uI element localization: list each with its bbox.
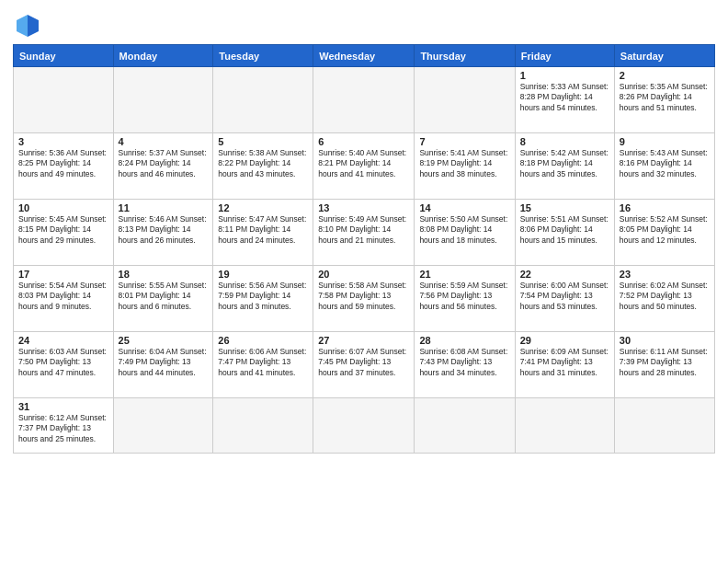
calendar-cell: 15Sunrise: 5:51 AM Sunset: 8:06 PM Dayli… <box>515 200 614 266</box>
day-number: 26 <box>218 335 308 346</box>
day-info: Sunrise: 5:55 AM Sunset: 8:01 PM Dayligh… <box>119 281 209 312</box>
day-info: Sunrise: 6:11 AM Sunset: 7:39 PM Dayligh… <box>620 347 710 378</box>
day-number: 27 <box>318 335 409 346</box>
day-info: Sunrise: 5:49 AM Sunset: 8:10 PM Dayligh… <box>318 214 409 246</box>
calendar-cell: 22Sunrise: 6:00 AM Sunset: 7:54 PM Dayli… <box>515 266 614 332</box>
calendar-cell <box>213 398 313 454</box>
day-info: Sunrise: 6:07 AM Sunset: 7:45 PM Dayligh… <box>318 347 409 378</box>
day-number: 23 <box>620 269 710 280</box>
calendar-cell: 9Sunrise: 5:43 AM Sunset: 8:16 PM Daylig… <box>614 133 714 200</box>
day-number: 14 <box>419 202 509 213</box>
day-number: 3 <box>18 136 108 147</box>
day-number: 13 <box>318 202 409 213</box>
calendar-cell: 18Sunrise: 5:55 AM Sunset: 8:01 PM Dayli… <box>113 266 213 332</box>
day-number: 4 <box>119 136 209 147</box>
calendar-cell: 24Sunrise: 6:03 AM Sunset: 7:50 PM Dayli… <box>14 332 114 398</box>
calendar-cell: 1Sunrise: 5:33 AM Sunset: 8:28 PM Daylig… <box>515 67 614 133</box>
calendar-cell: 16Sunrise: 5:52 AM Sunset: 8:05 PM Dayli… <box>614 200 714 266</box>
calendar-cell: 8Sunrise: 5:42 AM Sunset: 8:18 PM Daylig… <box>515 133 614 200</box>
calendar-cell: 25Sunrise: 6:04 AM Sunset: 7:49 PM Dayli… <box>113 332 213 398</box>
calendar-cell: 28Sunrise: 6:08 AM Sunset: 7:43 PM Dayli… <box>415 332 515 398</box>
page: SundayMondayTuesdayWednesdayThursdayFrid… <box>0 0 728 563</box>
calendar-cell: 23Sunrise: 6:02 AM Sunset: 7:52 PM Dayli… <box>614 266 714 332</box>
calendar-cell: 12Sunrise: 5:47 AM Sunset: 8:11 PM Dayli… <box>213 200 313 266</box>
calendar-cell: 10Sunrise: 5:45 AM Sunset: 8:15 PM Dayli… <box>14 200 114 266</box>
calendar-cell <box>113 398 213 454</box>
day-info: Sunrise: 5:45 AM Sunset: 8:15 PM Dayligh… <box>18 214 108 246</box>
weekday-header-sunday: Sunday <box>14 45 114 67</box>
day-number: 12 <box>218 202 308 213</box>
day-number: 2 <box>620 70 710 81</box>
day-info: Sunrise: 6:12 AM Sunset: 7:37 PM Dayligh… <box>18 413 108 444</box>
day-number: 9 <box>620 136 710 147</box>
day-number: 24 <box>18 335 108 346</box>
calendar-cell: 27Sunrise: 6:07 AM Sunset: 7:45 PM Dayli… <box>313 332 415 398</box>
calendar-cell <box>415 67 515 133</box>
day-info: Sunrise: 5:43 AM Sunset: 8:16 PM Dayligh… <box>620 148 710 179</box>
calendar-cell: 7Sunrise: 5:41 AM Sunset: 8:19 PM Daylig… <box>415 133 515 200</box>
calendar-week-row: 10Sunrise: 5:45 AM Sunset: 8:15 PM Dayli… <box>14 200 715 266</box>
calendar-cell: 5Sunrise: 5:38 AM Sunset: 8:22 PM Daylig… <box>213 133 313 200</box>
day-number: 10 <box>18 202 108 213</box>
day-info: Sunrise: 5:36 AM Sunset: 8:25 PM Dayligh… <box>18 148 108 179</box>
day-number: 25 <box>119 335 209 346</box>
day-number: 22 <box>520 269 609 280</box>
calendar-cell: 26Sunrise: 6:06 AM Sunset: 7:47 PM Dayli… <box>213 332 313 398</box>
day-info: Sunrise: 5:52 AM Sunset: 8:05 PM Dayligh… <box>620 214 710 246</box>
calendar-cell <box>14 67 114 133</box>
day-info: Sunrise: 6:02 AM Sunset: 7:52 PM Dayligh… <box>620 281 710 312</box>
day-info: Sunrise: 5:58 AM Sunset: 7:58 PM Dayligh… <box>318 281 409 312</box>
day-info: Sunrise: 5:37 AM Sunset: 8:24 PM Dayligh… <box>119 148 209 179</box>
day-number: 29 <box>520 335 609 346</box>
day-number: 1 <box>520 70 609 81</box>
svg-marker-1 <box>17 15 28 37</box>
calendar-cell: 2Sunrise: 5:35 AM Sunset: 8:26 PM Daylig… <box>614 67 714 133</box>
calendar-cell: 11Sunrise: 5:46 AM Sunset: 8:13 PM Dayli… <box>113 200 213 266</box>
calendar-cell: 13Sunrise: 5:49 AM Sunset: 8:10 PM Dayli… <box>313 200 415 266</box>
day-number: 15 <box>520 202 609 213</box>
calendar-cell: 19Sunrise: 5:56 AM Sunset: 7:59 PM Dayli… <box>213 266 313 332</box>
header <box>13 9 715 39</box>
day-info: Sunrise: 6:06 AM Sunset: 7:47 PM Dayligh… <box>218 347 308 378</box>
day-number: 28 <box>419 335 509 346</box>
calendar-cell: 21Sunrise: 5:59 AM Sunset: 7:56 PM Dayli… <box>415 266 515 332</box>
calendar-week-row: 24Sunrise: 6:03 AM Sunset: 7:50 PM Dayli… <box>14 332 715 398</box>
day-number: 11 <box>119 202 209 213</box>
day-info: Sunrise: 5:33 AM Sunset: 8:28 PM Dayligh… <box>520 82 609 113</box>
calendar-cell: 31Sunrise: 6:12 AM Sunset: 7:37 PM Dayli… <box>14 398 114 454</box>
day-info: Sunrise: 5:42 AM Sunset: 8:18 PM Dayligh… <box>520 148 609 179</box>
day-info: Sunrise: 5:35 AM Sunset: 8:26 PM Dayligh… <box>620 82 710 113</box>
day-number: 7 <box>419 136 509 147</box>
calendar-cell <box>213 67 313 133</box>
day-info: Sunrise: 5:50 AM Sunset: 8:08 PM Dayligh… <box>419 214 509 246</box>
calendar-cell: 17Sunrise: 5:54 AM Sunset: 8:03 PM Dayli… <box>14 266 114 332</box>
weekday-header-wednesday: Wednesday <box>313 45 415 67</box>
weekday-header-monday: Monday <box>113 45 213 67</box>
day-info: Sunrise: 6:00 AM Sunset: 7:54 PM Dayligh… <box>520 281 609 312</box>
calendar-cell: 29Sunrise: 6:09 AM Sunset: 7:41 PM Dayli… <box>515 332 614 398</box>
calendar-cell: 3Sunrise: 5:36 AM Sunset: 8:25 PM Daylig… <box>14 133 114 200</box>
day-number: 31 <box>18 401 108 412</box>
day-number: 21 <box>419 269 509 280</box>
day-number: 30 <box>620 335 710 346</box>
day-info: Sunrise: 5:41 AM Sunset: 8:19 PM Dayligh… <box>419 148 509 179</box>
day-number: 5 <box>218 136 308 147</box>
svg-marker-0 <box>28 15 39 37</box>
calendar-cell <box>313 67 415 133</box>
calendar-cell: 6Sunrise: 5:40 AM Sunset: 8:21 PM Daylig… <box>313 133 415 200</box>
calendar-cell <box>313 398 415 454</box>
day-number: 16 <box>620 202 710 213</box>
day-info: Sunrise: 6:03 AM Sunset: 7:50 PM Dayligh… <box>18 347 108 378</box>
calendar-cell <box>614 398 714 454</box>
calendar-cell <box>415 398 515 454</box>
weekday-header-saturday: Saturday <box>614 45 714 67</box>
day-number: 19 <box>218 269 308 280</box>
calendar-week-row: 31Sunrise: 6:12 AM Sunset: 7:37 PM Dayli… <box>14 398 715 454</box>
day-info: Sunrise: 5:54 AM Sunset: 8:03 PM Dayligh… <box>18 281 108 312</box>
day-number: 18 <box>119 269 209 280</box>
day-info: Sunrise: 5:56 AM Sunset: 7:59 PM Dayligh… <box>218 281 308 312</box>
logo-flag-icon <box>15 13 40 39</box>
day-info: Sunrise: 5:47 AM Sunset: 8:11 PM Dayligh… <box>218 214 308 246</box>
day-number: 17 <box>18 269 108 280</box>
day-number: 8 <box>520 136 609 147</box>
